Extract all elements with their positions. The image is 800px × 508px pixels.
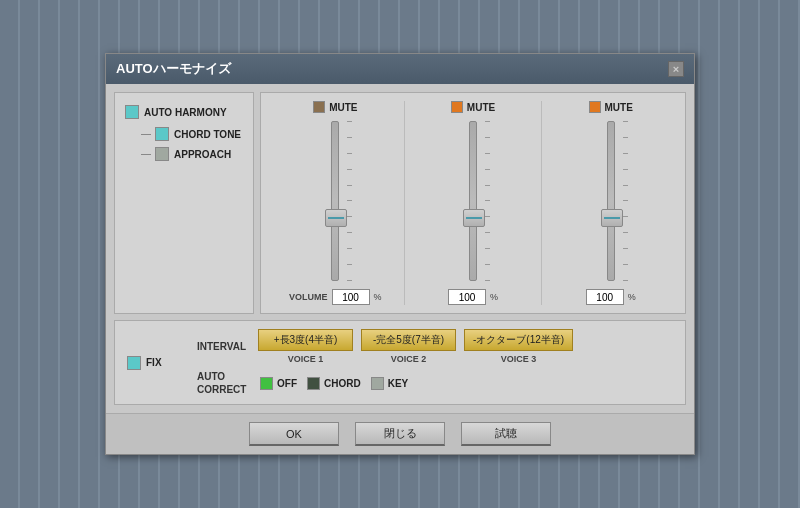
slider-thumb-1[interactable] xyxy=(325,209,347,227)
top-section: AUTO HARMONY CHORD TONE APPROACH xyxy=(114,92,686,314)
footer: OK 閉じる 試聴 xyxy=(106,413,694,454)
chord-tone-label: CHORD TONE xyxy=(174,129,241,140)
volume-input-1[interactable] xyxy=(332,289,370,305)
autocorrect-label: AUTOCORRECT xyxy=(197,370,252,396)
voice2-label: VOICE 2 xyxy=(391,354,427,364)
approach-checkbox[interactable] xyxy=(155,147,169,161)
mute-color-3 xyxy=(589,101,601,113)
left-panel: AUTO HARMONY CHORD TONE APPROACH xyxy=(114,92,254,314)
voice1-label: VOICE 1 xyxy=(288,354,324,364)
option-off-box[interactable] xyxy=(260,377,273,390)
slider-group-1: MUTE VOLUME xyxy=(271,101,400,305)
autocorrect-row: AUTOCORRECT OFF CHORD KEY xyxy=(197,370,673,396)
volume-label-1: VOLUME xyxy=(289,292,328,302)
interval-row: INTERVAL +長3度(4半音) VOICE 1 -完全5度(7半音) VO… xyxy=(197,329,673,364)
interval-voices: +長3度(4半音) VOICE 1 -完全5度(7半音) VOICE 2 -オク… xyxy=(258,329,573,364)
voice3-label: VOICE 3 xyxy=(501,354,537,364)
percent-2: % xyxy=(490,292,498,302)
slider-group-2: MUTE xyxy=(409,101,538,305)
bottom-section: FIX INTERVAL +長3度(4半音) VOICE 1 -完全5度(7半音… xyxy=(114,320,686,405)
volume-input-2[interactable] xyxy=(448,289,486,305)
interval-label: INTERVAL xyxy=(197,341,252,352)
slider-group-3: MUTE xyxy=(546,101,675,305)
auto-harmony-row[interactable]: AUTO HARMONY xyxy=(125,105,243,119)
mute-label-2: MUTE xyxy=(467,102,495,113)
slider-container-2[interactable] xyxy=(459,121,487,281)
mute-row-2: MUTE xyxy=(451,101,495,113)
slider-track-1[interactable] xyxy=(331,121,339,281)
sliders-panel: MUTE VOLUME xyxy=(260,92,686,314)
try-button[interactable]: 試聴 xyxy=(461,422,551,446)
volume-row-3: % xyxy=(586,289,636,305)
mute-color-2 xyxy=(451,101,463,113)
voice-col-2: -完全5度(7半音) VOICE 2 xyxy=(361,329,456,364)
ok-button[interactable]: OK xyxy=(249,422,339,446)
option-key-label: KEY xyxy=(388,378,409,389)
percent-3: % xyxy=(628,292,636,302)
autocorrect-options: OFF CHORD KEY xyxy=(260,377,408,390)
close-button[interactable]: × xyxy=(668,61,684,77)
sep-1 xyxy=(404,101,405,305)
slider-thumb-2[interactable] xyxy=(463,209,485,227)
auto-harmony-checkbox[interactable] xyxy=(125,105,139,119)
mute-label-1: MUTE xyxy=(329,102,357,113)
mute-row-1: MUTE xyxy=(313,101,357,113)
slider-track-3[interactable] xyxy=(607,121,615,281)
fix-group[interactable]: FIX xyxy=(127,356,187,370)
slider-container-3[interactable] xyxy=(597,121,625,281)
voice2-interval-btn[interactable]: -完全5度(7半音) xyxy=(361,329,456,351)
dialog-body: AUTO HARMONY CHORD TONE APPROACH xyxy=(106,84,694,413)
volume-row-2: % xyxy=(448,289,498,305)
close-dialog-button[interactable]: 閉じる xyxy=(355,422,445,446)
slider-thumb-3[interactable] xyxy=(601,209,623,227)
voice-col-3: -オクターブ(12半音) VOICE 3 xyxy=(464,329,573,364)
option-off-label: OFF xyxy=(277,378,297,389)
mute-row-3: MUTE xyxy=(589,101,633,113)
chord-tone-row[interactable]: CHORD TONE xyxy=(141,127,243,141)
mute-color-1 xyxy=(313,101,325,113)
auto-harmonize-dialog: AUTOハーモナイズ × AUTO HARMONY CHORD TONE xyxy=(105,53,695,455)
dialog-title: AUTOハーモナイズ xyxy=(116,60,231,78)
volume-row-1: VOLUME % xyxy=(289,289,382,305)
option-key[interactable]: KEY xyxy=(371,377,409,390)
voice1-interval-btn[interactable]: +長3度(4半音) xyxy=(258,329,353,351)
option-key-box[interactable] xyxy=(371,377,384,390)
interval-section: INTERVAL +長3度(4半音) VOICE 1 -完全5度(7半音) VO… xyxy=(197,329,673,396)
voice3-interval-btn[interactable]: -オクターブ(12半音) xyxy=(464,329,573,351)
approach-label: APPROACH xyxy=(174,149,231,160)
sep-2 xyxy=(541,101,542,305)
percent-1: % xyxy=(374,292,382,302)
option-chord[interactable]: CHORD xyxy=(307,377,361,390)
ticks-1 xyxy=(347,121,352,281)
auto-harmony-label: AUTO HARMONY xyxy=(144,107,227,118)
mute-label-3: MUTE xyxy=(605,102,633,113)
title-bar: AUTOハーモナイズ × xyxy=(106,54,694,84)
slider-container-1[interactable] xyxy=(321,121,349,281)
slider-track-2[interactable] xyxy=(469,121,477,281)
sub-items: CHORD TONE APPROACH xyxy=(125,127,243,161)
fix-label: FIX xyxy=(146,357,162,368)
option-chord-label: CHORD xyxy=(324,378,361,389)
option-off[interactable]: OFF xyxy=(260,377,297,390)
fix-checkbox[interactable] xyxy=(127,356,141,370)
option-chord-box[interactable] xyxy=(307,377,320,390)
voice-col-1: +長3度(4半音) VOICE 1 xyxy=(258,329,353,364)
volume-input-3[interactable] xyxy=(586,289,624,305)
ticks-2 xyxy=(485,121,490,281)
ticks-3 xyxy=(623,121,628,281)
chord-tone-checkbox[interactable] xyxy=(155,127,169,141)
approach-row[interactable]: APPROACH xyxy=(141,147,243,161)
